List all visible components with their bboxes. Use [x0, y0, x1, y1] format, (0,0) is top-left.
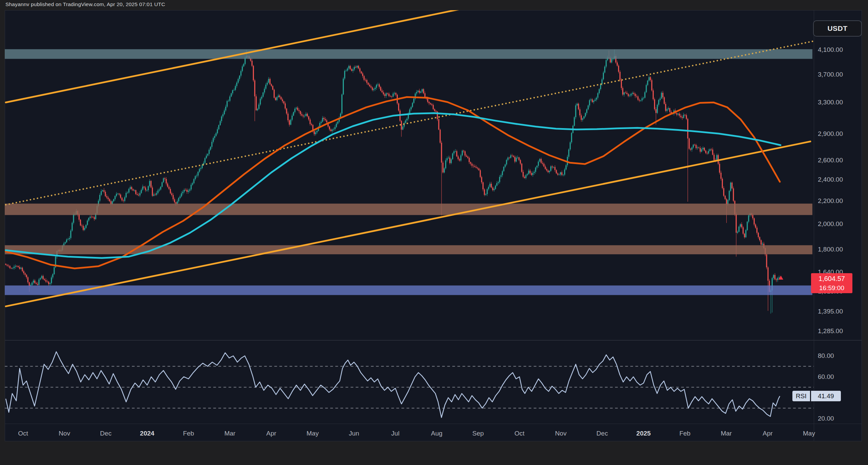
ma-orange [6, 97, 780, 268]
footer-bar: TradingView [0, 441, 868, 465]
price-zones [5, 49, 812, 295]
price-axis-label: 2,400.00 [818, 176, 843, 183]
time-axis-label: May [307, 430, 319, 437]
resistance-zone [5, 49, 812, 59]
price-axis-label: 2,200.00 [818, 197, 843, 205]
publish-info-text: Shayannv published on TradingView.com, A… [5, 1, 165, 7]
price-axis-separator [814, 10, 814, 441]
time-axis-label: Apr [763, 430, 773, 437]
rsi-label: RSI [792, 391, 810, 401]
time-axis-label: Nov [555, 430, 567, 437]
lower-channel-line [6, 141, 810, 306]
candle-countdown: 16:59:00 [819, 283, 844, 292]
time-axis-label: Feb [183, 430, 194, 437]
tradingview-snapshot: Shayannv published on TradingView.com, A… [0, 0, 868, 465]
last-price-value: 1,604.57 [818, 274, 845, 283]
price-axis-label: 3,700.00 [818, 71, 843, 78]
time-axis-label: Jun [349, 430, 359, 437]
time-axis-label: 2025 [636, 430, 651, 437]
price-axis-label: 2,900.00 [818, 130, 843, 138]
time-axis-label: Mar [224, 430, 236, 437]
time-axis-label: Feb [679, 430, 691, 437]
rsi-indicator-pane[interactable] [5, 341, 814, 424]
support-zone-lower [5, 285, 812, 295]
rsi-value-badge: RSI 41.49 [792, 391, 841, 401]
price-chart-pane[interactable] [5, 10, 814, 341]
time-axis-label: Mar [721, 430, 732, 437]
support-zone-mid [5, 245, 812, 255]
time-axis-label: Jul [391, 430, 399, 437]
last-price-badge: 1,604.57 16:59:00 [811, 273, 852, 293]
price-axis-label: 2,600.00 [818, 157, 843, 164]
time-axis-separator [5, 424, 862, 424]
rsi-axis-label: 60.00 [818, 373, 834, 381]
price-axis-label: 4,100.00 [818, 46, 843, 54]
candlestick-series [5, 49, 780, 314]
rsi-axis-label: 20.00 [818, 415, 834, 422]
time-axis-label: Dec [596, 430, 608, 437]
price-axis-label: 2,000.00 [818, 220, 843, 228]
time-axis-label: Apr [266, 430, 276, 437]
time-axis-label: Nov [59, 430, 70, 437]
time-axis-label: Aug [431, 430, 442, 437]
publish-info-bar: Shayannv published on TradingView.com, A… [0, 0, 868, 10]
pane-separator[interactable] [5, 340, 862, 341]
rsi-value: 41.49 [811, 391, 841, 401]
time-axis-label: Dec [100, 430, 112, 437]
dotted-trendline [6, 41, 814, 205]
price-axis-label: 1,285.00 [818, 327, 843, 335]
price-axis-label: 3,300.00 [818, 99, 843, 106]
time-axis-label: Oct [514, 430, 525, 437]
price-axis-label: 1,800.00 [818, 246, 843, 253]
support-zone-upper [5, 204, 812, 215]
currency-toggle-button[interactable]: USDT [813, 20, 862, 37]
time-axis-label: Oct [18, 430, 28, 437]
time-axis-label: Sep [472, 430, 484, 437]
ma-cyan [6, 113, 781, 258]
time-axis-label: May [803, 430, 815, 437]
rsi-axis-label: 80.00 [818, 352, 834, 360]
rsi-line [6, 352, 780, 418]
time-axis-label: 2024 [140, 430, 154, 437]
price-axis-label: 1,395.00 [818, 308, 843, 315]
